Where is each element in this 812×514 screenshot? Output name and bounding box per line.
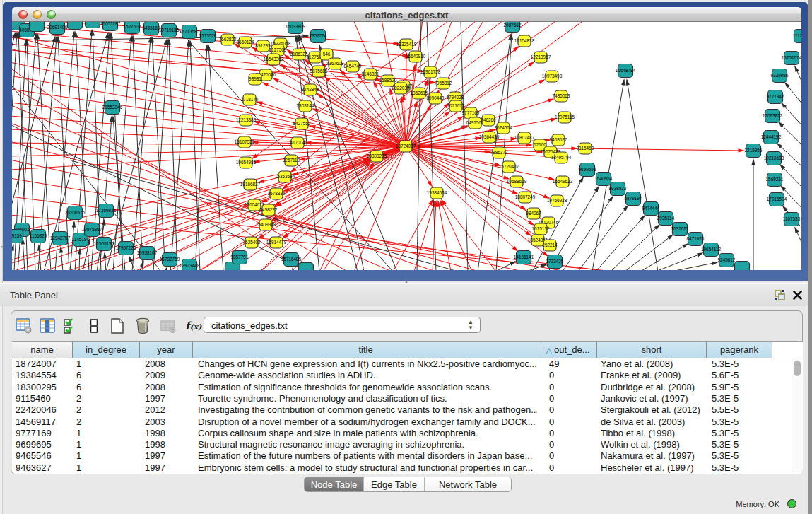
network-window-titlebar[interactable]: citations_edges.txt <box>12 7 801 22</box>
graph-node-label: 62160 <box>534 142 546 147</box>
table-cell: Investigating the contribution of common… <box>198 404 537 415</box>
delete-table-icon-disabled <box>160 317 177 334</box>
show-columns-icon[interactable] <box>39 317 56 334</box>
graph-node-label: 19756928 <box>547 198 567 203</box>
scrollbar-thumb[interactable] <box>794 361 801 376</box>
graph-node-label: 417004 <box>290 140 305 145</box>
graph-node-label: 7515526 <box>199 33 217 38</box>
table-mode-icon[interactable] <box>16 317 33 334</box>
graph-node[interactable] <box>299 263 314 271</box>
graph-node-label: 12213383 <box>236 117 257 122</box>
table-panel-header: Table Panel <box>0 283 808 306</box>
graph-node-label: 7485063 <box>553 93 570 98</box>
table-vertical-scrollbar[interactable] <box>792 359 802 472</box>
graph-node-label: 7955812 <box>435 81 452 86</box>
column-header-short[interactable]: short <box>597 342 707 358</box>
graph-node-label: 16961758 <box>420 69 441 74</box>
tab-node-table[interactable]: Node Table <box>305 477 364 491</box>
table-row[interactable]: 911546021997Tourette syndrome. Phenomeno… <box>12 393 803 405</box>
tab-network-table[interactable]: Network Table <box>425 477 511 491</box>
table-cell: 0 <box>549 428 597 438</box>
delete-column-icon[interactable] <box>134 317 151 334</box>
column-header-year[interactable]: year <box>140 342 193 358</box>
graph-node-label: 18300295 <box>367 153 387 158</box>
network-canvas[interactable]: 4055742069140610653287152760264661601071… <box>12 22 801 270</box>
graph-node[interactable] <box>86 22 100 28</box>
table-cell: 1 <box>76 450 140 461</box>
edge-arrowhead-icon <box>140 260 144 267</box>
graph-node-label: 15409948 <box>256 222 276 227</box>
edge-arrowhead-icon <box>512 190 519 194</box>
table-cell: 1998 <box>145 428 194 438</box>
row-height-icon[interactable] <box>86 317 102 334</box>
graph-node-label: 98981 <box>249 76 261 81</box>
float-window-icon[interactable] <box>774 289 786 301</box>
edge-arrowhead-icon <box>305 141 312 145</box>
graph-node-label: 3578332 <box>268 191 286 196</box>
app-right-edge <box>808 0 812 514</box>
graph-node-label: 8427552 <box>293 121 311 126</box>
memory-indicator[interactable] <box>787 499 796 508</box>
create-column-icon[interactable] <box>109 317 126 334</box>
edge-arrowhead-icon <box>37 244 41 251</box>
column-header-out_de[interactable]: △out_de... <box>539 342 597 358</box>
graph-node-label: 5498222 <box>260 207 278 212</box>
table-cell: 0 <box>549 370 597 380</box>
graph-node-label: 16154838 <box>514 38 535 43</box>
table-row[interactable]: 1938455462009Genome-wide association stu… <box>12 370 803 382</box>
graph-edge <box>153 40 168 270</box>
graph-node-label: 16107555 <box>235 139 255 144</box>
table-cell: 18724007 <box>16 358 72 369</box>
table-row[interactable]: 977716911998Corpus callosum shape and si… <box>12 428 803 440</box>
table-row[interactable]: 2242004622012Investigating the contribut… <box>12 404 803 416</box>
graph-node-label: 9777169 <box>462 110 480 115</box>
table-cell: 0 <box>549 416 597 427</box>
column-header-pagerank[interactable]: pagerank <box>707 342 772 358</box>
table-cell: 1998 <box>145 439 194 450</box>
graph-node-label: 8990448 <box>427 95 445 100</box>
column-header-title[interactable]: title <box>193 342 539 358</box>
graph-node-label: 3215955 <box>745 148 763 153</box>
graph-node-label: 2803144 <box>297 103 314 108</box>
table-cell: Franke et al. (2009) <box>601 370 705 380</box>
table-cell: 2009 <box>145 370 194 380</box>
table-cell: 5.3E-5 <box>712 358 771 369</box>
table-row[interactable]: 969969511998Structural magnetic resonanc… <box>12 439 803 451</box>
table-row[interactable]: 946554611997Estimation of the future num… <box>12 450 803 462</box>
table-cell: 49 <box>549 358 597 369</box>
graph-node[interactable] <box>68 22 83 30</box>
table-row[interactable]: 1830029562008Estimation of significance … <box>12 382 803 394</box>
column-header-name[interactable]: name <box>12 342 73 358</box>
table-cell: 5.3E-5 <box>712 439 771 450</box>
table-cell: 5.3E-5 <box>712 462 771 473</box>
table-cell: 9465546 <box>16 450 72 461</box>
graph-node-label: 13325419 <box>396 42 417 47</box>
table-cell: 0 <box>549 450 597 461</box>
table-row[interactable]: 946362711997Embryonic stem cells: a mode… <box>12 462 803 474</box>
resize-grip-icon[interactable] <box>12 22 20 30</box>
tab-edge-table[interactable]: Edge Table <box>364 477 425 491</box>
table-row[interactable]: 1872400712008Changes of HCN gene express… <box>12 358 803 370</box>
table-row[interactable]: 1456911722003Disruption of a novel membe… <box>12 416 803 428</box>
collapsed-panel-handle-icon[interactable]: ◂ <box>0 244 3 250</box>
table-cell: Structural magnetic resonance image aver… <box>198 439 537 450</box>
graph-node-label: 8660124 <box>237 40 254 45</box>
graph-node-label: 14136141 <box>514 255 534 259</box>
table-cell: 5.3E-5 <box>712 393 771 404</box>
column-header-in_degree[interactable]: in_degree <box>73 342 140 358</box>
edge-arrowhead-icon <box>428 180 433 187</box>
function-builder-icon[interactable]: f(x) <box>185 320 201 332</box>
table-cell: Jankovic et al. (1997) <box>601 393 705 404</box>
graph-node-label: 10975867 <box>82 227 102 232</box>
close-panel-icon[interactable] <box>793 291 802 300</box>
graph-node-label: 1733426 <box>546 259 564 264</box>
table-cell: 19384554 <box>16 370 72 380</box>
table-selector-dropdown[interactable]: citations_edges.txt ▲▼ <box>204 317 481 333</box>
table-cell: 14569117 <box>16 416 72 427</box>
table-cell: Dudbridge et al. (2008) <box>601 382 705 392</box>
select-columns-icon[interactable] <box>62 317 79 334</box>
graph-node[interactable] <box>30 22 45 32</box>
table-cell: 5.3E-5 <box>712 428 771 438</box>
graph-node[interactable] <box>735 262 750 271</box>
graph-node-label: 19384554 <box>427 190 447 195</box>
